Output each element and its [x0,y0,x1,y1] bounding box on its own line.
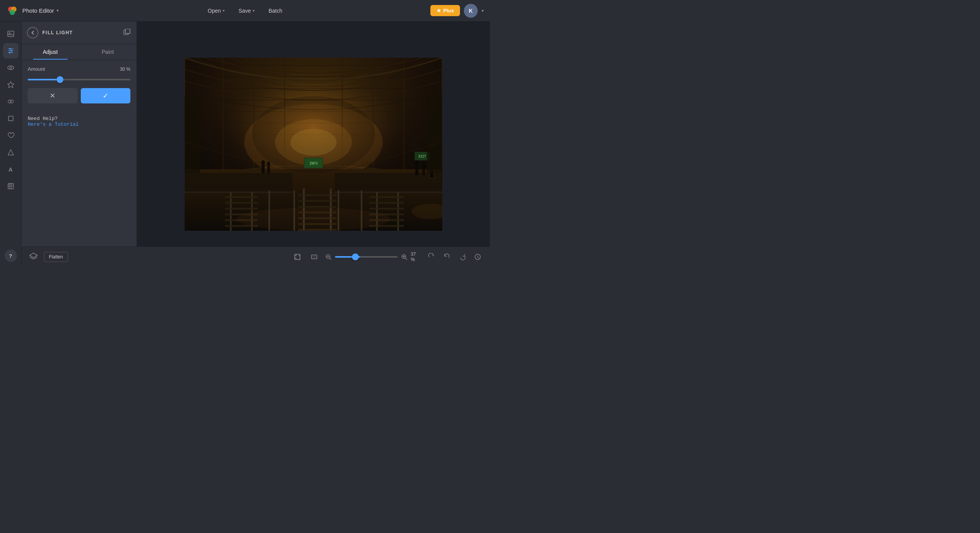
slider-container [22,75,137,88]
image-icon [7,30,15,38]
heart-icon [7,132,15,139]
svg-rect-73 [369,196,404,198]
undo-button[interactable] [441,251,453,263]
svg-point-86 [422,162,425,166]
fullscreen-icon [310,253,318,261]
svg-rect-46 [185,173,292,192]
svg-rect-85 [422,165,425,175]
svg-rect-74 [369,202,404,204]
svg-point-12 [8,66,14,70]
duplicate-icon [123,29,131,35]
save-button[interactable]: Save ▾ [233,5,260,16]
zoom-in-button[interactable] [401,252,408,262]
canvas-area: INFO EXIT [137,22,490,266]
tab-paint[interactable]: Paint [79,44,137,60]
save-label: Save [238,8,251,14]
batch-button[interactable]: Batch [263,5,288,16]
svg-point-5 [9,33,10,34]
eye-icon [7,64,15,72]
svg-rect-61 [225,202,258,204]
cancel-button[interactable]: ✕ [28,88,78,103]
flatten-label: Flatten [49,254,63,260]
svg-point-3 [10,10,15,15]
sidebar-item-effects[interactable] [3,94,18,109]
flatten-button[interactable]: Flatten [44,252,68,262]
svg-marker-18 [8,150,13,155]
zoom-value: 37 % [411,252,421,262]
panel-header: FILL LIGHT [22,22,137,44]
sidebar-item-image[interactable] [3,26,18,42]
svg-rect-98 [185,96,200,173]
rotate-button[interactable] [425,251,438,263]
layers-button[interactable] [28,251,39,263]
plus-label: Plus [443,8,454,13]
history-button[interactable] [472,251,484,263]
sidebar-item-adjust[interactable] [3,43,18,58]
svg-point-11 [9,52,10,53]
tool-panel: FILL LIGHT Adjust Paint Amount 30 % [22,22,137,266]
layers-icon [29,252,38,259]
photo-svg: INFO EXIT [185,58,442,231]
fullscreen-button[interactable] [308,251,320,263]
sidebar-item-crop[interactable] [3,111,18,126]
svg-rect-17 [8,116,13,121]
sidebar-item-text[interactable]: A [3,162,18,177]
zoom-out-icon [325,254,332,260]
confirm-icon: ✓ [103,92,108,100]
action-buttons: ✕ ✓ [22,88,137,111]
app-title[interactable]: Photo Editor ▾ [22,7,59,14]
help-button[interactable]: ? [5,250,17,262]
help-section: Need Help? Here's a Tutorial [22,111,137,132]
svg-marker-14 [8,82,14,88]
fit-screen-button[interactable] [291,251,303,263]
undo-icon [443,253,451,261]
train-station-photo: INFO EXIT [185,58,442,231]
sidebar-item-shape[interactable] [3,145,18,160]
avatar[interactable]: K [464,4,478,18]
batch-label: Batch [268,8,282,14]
text-letter-icon: A [8,166,13,173]
main-area: A ? FILL LIGHT [0,22,490,266]
sidebar-item-heart[interactable] [3,128,18,143]
avatar-chevron-btn[interactable]: ▾ [482,8,484,13]
tutorial-link[interactable]: Here's a Tutorial [28,122,130,127]
header-right: ★ Plus K ▾ [430,4,484,18]
duplicate-button[interactable] [123,29,131,37]
sidebar-bottom: ? [5,250,17,262]
help-title: Need Help? [28,116,130,122]
svg-line-112 [405,258,407,260]
redo-button[interactable] [456,251,468,263]
icon-sidebar: A ? [0,22,22,266]
svg-point-13 [10,67,12,69]
fit-screen-icon [293,253,301,261]
sidebar-item-texture[interactable] [3,178,18,194]
sidebar-item-star[interactable] [3,77,18,92]
sidebar-item-view[interactable] [3,60,18,75]
bottom-right-buttons [425,251,484,263]
open-label: Open [208,8,221,14]
svg-point-84 [415,160,419,164]
svg-rect-83 [415,163,418,175]
svg-rect-47 [185,192,292,193]
svg-rect-62 [225,208,258,210]
svg-text:EXIT: EXIT [418,155,426,158]
amount-slider[interactable] [28,79,130,80]
open-button[interactable]: Open ▾ [202,5,230,16]
zoom-out-button[interactable] [325,252,332,262]
star-icon [7,81,15,88]
amount-label: Amount [28,66,45,72]
panel-title: FILL LIGHT [42,30,73,35]
svg-rect-49 [335,192,442,193]
tab-adjust[interactable]: Adjust [22,44,79,60]
app-title-chevron: ▾ [57,8,59,13]
svg-point-80 [261,160,265,164]
plus-button[interactable]: ★ Plus [430,5,460,16]
zoom-slider[interactable] [335,256,397,258]
app-title-text: Photo Editor [22,7,54,14]
svg-text:INFO: INFO [309,162,318,165]
redo-icon [458,253,466,261]
back-button[interactable] [27,27,38,38]
svg-rect-19 [8,183,13,189]
confirm-button[interactable]: ✓ [81,88,131,103]
amount-value: 30 % [120,67,130,72]
